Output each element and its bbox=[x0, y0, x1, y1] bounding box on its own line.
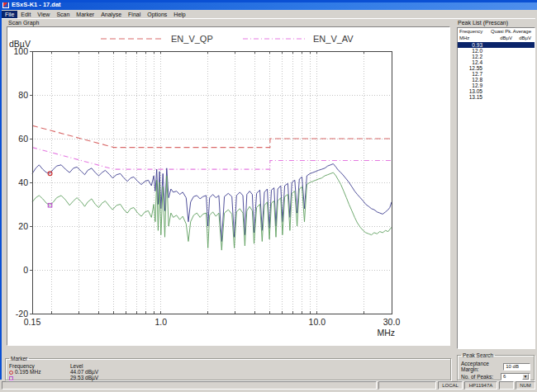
menu-item-view[interactable]: View bbox=[34, 11, 53, 18]
marker-panel: Marker Frequency Level 0.195 MHz 44.07 d… bbox=[5, 356, 451, 380]
unit-frequency: MHz bbox=[458, 35, 489, 41]
status-cell-empty bbox=[499, 381, 514, 390]
status-local: LOCAL bbox=[438, 381, 463, 390]
peak-row[interactable]: 13.05 bbox=[458, 88, 535, 94]
menu-item-options[interactable]: Options bbox=[144, 11, 170, 18]
scan-graph-panel: 100806040200-200.151.010.030.0MHzdBµVEN_… bbox=[7, 26, 450, 346]
peak-row[interactable]: 12.2 bbox=[458, 54, 535, 59]
status-cell-empty bbox=[2, 381, 377, 390]
menu-item-marker[interactable]: Marker bbox=[73, 11, 97, 18]
svg-text:40: 40 bbox=[18, 177, 28, 187]
menu-item-final[interactable]: Final bbox=[125, 11, 144, 18]
marker-level-label: Level bbox=[70, 363, 447, 369]
svg-text:80: 80 bbox=[18, 90, 28, 100]
menu-item-edit[interactable]: Edit bbox=[17, 11, 34, 18]
peak-row[interactable]: 12.8 bbox=[458, 77, 535, 83]
marker-level-av: 29.53 dBµV bbox=[70, 375, 447, 380]
peak-row[interactable]: 0.93 bbox=[458, 42, 535, 48]
no-of-peaks-label: No. of Peaks: bbox=[461, 374, 493, 380]
peak-search-title: Peak Search bbox=[461, 352, 495, 358]
peak-row[interactable]: 12.55 bbox=[458, 65, 535, 71]
unit-quasi-pk: dBµV bbox=[489, 35, 512, 41]
svg-text:0.15: 0.15 bbox=[24, 317, 41, 327]
acceptance-margin-label: Acceptance Margin: bbox=[461, 361, 503, 372]
scan-chart[interactable]: 100806040200-200.151.010.030.0MHzdBµVEN_… bbox=[7, 27, 449, 345]
unit-average: dBµV bbox=[512, 35, 533, 41]
status-num: NUM bbox=[516, 381, 535, 390]
peak-search-panel: Peak Search Acceptance Margin: 10 dB No.… bbox=[457, 352, 535, 380]
chevron-down-icon[interactable]: ▼ bbox=[522, 374, 529, 380]
peak-list[interactable]: Frequency Quasi Pk. Average MHz dBµV dBµ… bbox=[457, 27, 535, 349]
menu-item-file[interactable]: File bbox=[2, 11, 17, 18]
status-cell-empty bbox=[378, 381, 436, 390]
svg-text:10.0: 10.0 bbox=[309, 317, 326, 327]
svg-text:dBµV: dBµV bbox=[9, 39, 31, 49]
no-of-peaks-select[interactable]: 6 ▼ bbox=[501, 373, 530, 380]
col-frequency: Frequency bbox=[458, 29, 489, 35]
svg-text:EN_V_QP: EN_V_QP bbox=[171, 34, 213, 44]
col-quasi-pk: Quasi Pk. bbox=[489, 29, 512, 35]
svg-text:60: 60 bbox=[18, 134, 28, 144]
no-of-peaks-value: 6 bbox=[503, 374, 506, 380]
peak-list-header: Frequency Quasi Pk. Average bbox=[458, 28, 535, 35]
scan-graph-caption: Scan Graph bbox=[8, 20, 39, 26]
marker-level-qp: 44.07 dBµV bbox=[70, 369, 447, 375]
peak-row[interactable]: 12.7 bbox=[458, 71, 535, 77]
menu-item-scan[interactable]: Scan bbox=[53, 11, 73, 18]
square-marker-icon bbox=[9, 376, 13, 380]
menu-bar: FileEditViewScanMarkerAnalyseFinalOption… bbox=[2, 10, 535, 19]
peak-row[interactable]: 12.4 bbox=[458, 59, 535, 65]
menu-item-help[interactable]: Help bbox=[170, 11, 188, 18]
col-average: Average bbox=[512, 29, 533, 35]
marker-frequency-label: Frequency bbox=[9, 363, 67, 369]
peak-row[interactable]: 12.0 bbox=[458, 48, 535, 54]
svg-text:1.0: 1.0 bbox=[154, 317, 167, 327]
peak-list-units: MHz dBµV dBµV bbox=[458, 35, 535, 41]
svg-text:30.0: 30.0 bbox=[383, 317, 401, 327]
peak-list-title: Peak List (Prescan) bbox=[458, 20, 508, 26]
app-icon bbox=[2, 2, 9, 8]
window-border-right bbox=[0, 0, 2, 380]
peak-row[interactable]: 13.15 bbox=[458, 94, 535, 100]
menu-item-analyse[interactable]: Analyse bbox=[97, 11, 125, 18]
marker-frequency-value: 0.195 MHz bbox=[15, 369, 40, 375]
window-title: ESxS-K1 - 17.dat bbox=[12, 2, 61, 8]
peak-list-rows: 0.9312.012.212.412.5512.712.812.913.0513… bbox=[458, 42, 535, 100]
svg-text:0: 0 bbox=[23, 265, 28, 275]
status-hp11947a: HP11947A bbox=[464, 381, 497, 390]
marker-panel-title: Marker bbox=[9, 356, 29, 361]
svg-text:EN_V_AV: EN_V_AV bbox=[313, 34, 354, 44]
window-border-bottom bbox=[0, 0, 537, 2]
svg-text:20: 20 bbox=[18, 221, 28, 231]
peak-row[interactable]: 12.9 bbox=[458, 83, 535, 88]
svg-text:MHz: MHz bbox=[377, 328, 395, 338]
status-bar: LOCALHP11947ANUM bbox=[2, 381, 535, 390]
acceptance-margin-input[interactable]: 10 dB bbox=[503, 363, 530, 371]
